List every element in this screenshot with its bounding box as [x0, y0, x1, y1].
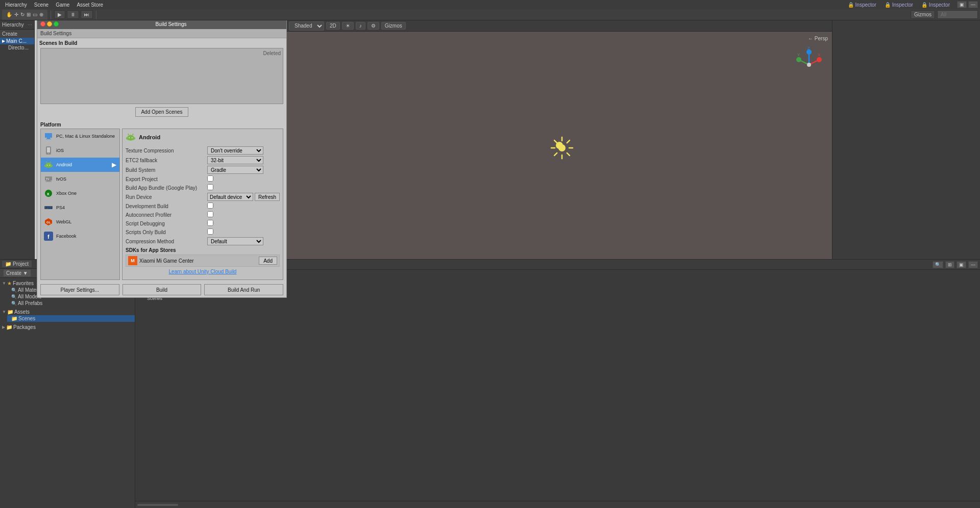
- cloud-build-link[interactable]: Learn about Unity Cloud Build: [126, 269, 280, 274]
- sdks-label: SDKs for App Stores: [126, 247, 280, 253]
- gizmos-search[interactable]: [937, 10, 978, 19]
- platform-item-ps4[interactable]: PS4 PS4: [41, 200, 119, 215]
- audio-btn[interactable]: ♪: [356, 22, 365, 30]
- pause-btn[interactable]: ⏸: [67, 10, 79, 19]
- hierarchy-create-label: Create: [2, 31, 17, 37]
- svg-rect-16: [45, 182, 52, 182]
- menu-item-scene[interactable]: Scene: [31, 0, 52, 9]
- play-btn[interactable]: ▶: [54, 10, 65, 19]
- minimize-btn[interactable]: [47, 21, 52, 27]
- lighting-btn[interactable]: ☀: [342, 22, 354, 30]
- tree-scenes[interactable]: 📁 Scenes: [7, 315, 135, 322]
- rect-tool[interactable]: ▭: [33, 12, 37, 17]
- svg-line-40: [567, 153, 570, 156]
- menu-item-game[interactable]: Game: [53, 0, 72, 9]
- platform-item-tvos[interactable]: TV tvOS: [41, 172, 119, 186]
- build-and-run-btn[interactable]: Build And Run: [204, 284, 283, 295]
- transform-tool[interactable]: ⊕: [39, 12, 43, 17]
- platform-item-xbox[interactable]: X Xbox One: [41, 186, 119, 200]
- build-system-select[interactable]: Gradle: [207, 166, 263, 174]
- lock-icon-1: 🔒: [848, 2, 854, 8]
- scale-tool[interactable]: ⊞: [27, 12, 31, 17]
- build-system-label: Build System: [126, 167, 207, 173]
- autoconnect-label: Autoconnect Profiler: [126, 212, 207, 218]
- export-project-control: [207, 175, 280, 183]
- platform-item-pc[interactable]: PC, Mac & Linux Standalone: [41, 129, 119, 143]
- tree-assets[interactable]: ▼ 📁 Assets: [0, 309, 135, 315]
- platform-webgl-label: WebGL: [56, 219, 71, 224]
- build-btn[interactable]: Build: [122, 284, 202, 295]
- svg-line-31: [132, 134, 133, 135]
- svg-point-9: [50, 165, 51, 166]
- export-project-row: Export Project: [126, 175, 280, 183]
- shading-mode-select[interactable]: Shaded: [289, 21, 324, 31]
- sdk-row-xiaomi: M Xiaomi Mi Game Center Add: [126, 255, 280, 267]
- panel-btn-1[interactable]: ▣: [957, 1, 967, 8]
- refresh-btn[interactable]: Refresh: [255, 193, 280, 201]
- menu-item-asset-store[interactable]: Asset Store: [74, 0, 106, 9]
- assets-collapse-btn[interactable]: —: [968, 261, 978, 268]
- project-tab[interactable]: 📁 Project: [2, 261, 32, 267]
- run-device-select[interactable]: Default device: [207, 193, 253, 201]
- build-app-bundle-checkbox[interactable]: [207, 184, 213, 190]
- 2d-mode-btn[interactable]: 2D: [326, 22, 340, 30]
- player-settings-btn[interactable]: Player Settings...: [40, 284, 119, 295]
- add-open-scenes-container: Add Open Scenes: [37, 104, 286, 120]
- android-settings-header: Android: [126, 132, 280, 142]
- tree-all-prefabs[interactable]: 🔍 All Prefabs: [7, 300, 135, 307]
- platform-item-facebook[interactable]: f Facebook: [41, 229, 119, 243]
- scripts-only-label: Scripts Only Build: [126, 230, 207, 235]
- menu-item-hierarchy[interactable]: Hierarchy: [2, 0, 30, 9]
- gizmos-btn[interactable]: Gizmos: [911, 10, 935, 19]
- hierarchy-item-samplescene[interactable]: ▶ Main C...: [0, 38, 34, 44]
- step-btn[interactable]: ⏭: [81, 10, 93, 19]
- tree-packages[interactable]: ▶ 📁 Packages: [0, 324, 135, 331]
- menu-inspector-3[interactable]: 🔒 Inspector: [918, 0, 953, 9]
- packages-arrow: ▶: [2, 325, 5, 329]
- add-open-scenes-btn[interactable]: Add Open Scenes: [135, 107, 188, 117]
- export-project-label: Export Project: [126, 176, 207, 182]
- svg-rect-15: [46, 181, 51, 182]
- project-create-btn[interactable]: Create ▼: [3, 269, 31, 277]
- scripts-only-checkbox[interactable]: [207, 228, 213, 235]
- build-buttons: Player Settings... Build Build And Run: [40, 284, 283, 295]
- hierarchy-create[interactable]: Create: [0, 30, 34, 38]
- close-btn[interactable]: [40, 21, 45, 27]
- dev-build-label: Development Build: [126, 204, 207, 209]
- hierarchy-item-directional[interactable]: Directo...: [0, 44, 34, 51]
- main-toolbar: ✋ ✛ ↻ ⊞ ▭ ⊕ ▶ ⏸ ⏭ Gizmos: [0, 9, 980, 20]
- top-menu-bar: Hierarchy Scene Game Asset Store 🔒 Inspe…: [0, 0, 980, 9]
- titlebar-buttons: [40, 21, 59, 27]
- platform-item-android[interactable]: Android ▶: [41, 158, 119, 172]
- scenes-in-build-label: Scenes In Build: [39, 40, 77, 46]
- platform-item-webgl[interactable]: GL WebGL: [41, 215, 119, 229]
- effects-btn[interactable]: ⚙: [368, 22, 379, 30]
- script-debug-control: [207, 220, 280, 227]
- build-system-control: Gradle: [207, 166, 280, 174]
- assets-search-toggle[interactable]: 🔍: [933, 261, 943, 268]
- scene-toolbar: Shaded 2D ☀ ♪ ⚙ Gizmos: [287, 20, 832, 32]
- platform-item-ios[interactable]: iOS: [41, 143, 119, 158]
- svg-rect-1: [47, 138, 50, 139]
- menu-inspector-2[interactable]: 🔒 Inspector: [881, 0, 916, 9]
- rotate-tool[interactable]: ↻: [20, 12, 24, 17]
- etc2-fallback-select[interactable]: 32-bit: [207, 156, 263, 164]
- maximize-btn[interactable]: [54, 21, 59, 27]
- build-system-row: Build System Gradle: [126, 166, 280, 174]
- menu-inspector-1[interactable]: 🔒 Inspector: [845, 0, 879, 9]
- dev-build-checkbox[interactable]: [207, 202, 213, 209]
- move-tool[interactable]: ✛: [14, 12, 18, 17]
- compression-method-select[interactable]: Default: [207, 237, 263, 245]
- sdk-add-btn[interactable]: Add: [259, 257, 277, 265]
- assets-scroll-bar[interactable]: [135, 501, 980, 508]
- panel-btn-2[interactable]: —: [968, 1, 978, 8]
- hand-tool[interactable]: ✋: [6, 12, 12, 17]
- assets-view-btn[interactable]: ▣: [957, 261, 966, 268]
- scene-gizmos-btn[interactable]: Gizmos: [381, 22, 406, 30]
- hierarchy-arrow: ▶: [2, 39, 5, 43]
- autoconnect-checkbox[interactable]: [207, 211, 213, 217]
- script-debug-checkbox[interactable]: [207, 220, 213, 226]
- texture-compression-select[interactable]: Don't override: [207, 146, 263, 155]
- export-project-checkbox[interactable]: [207, 175, 213, 182]
- assets-filter-btn[interactable]: ⊞: [945, 261, 954, 268]
